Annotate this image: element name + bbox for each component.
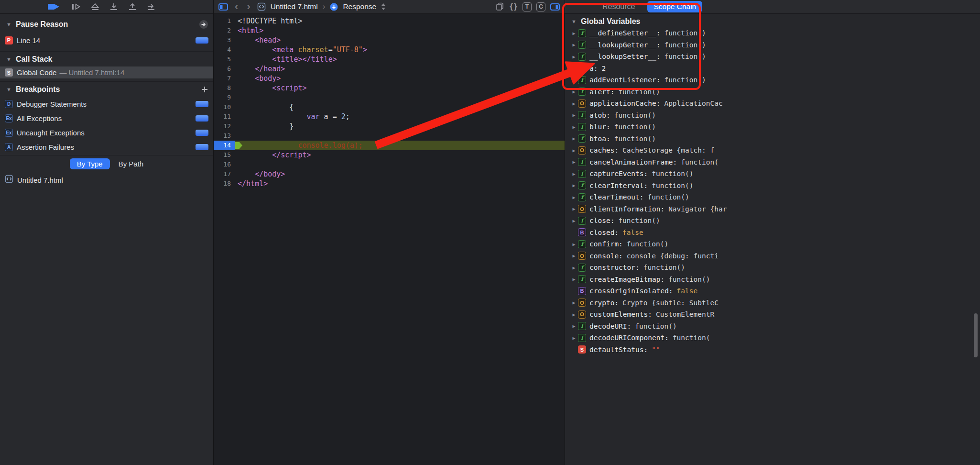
variable-row[interactable]: fcaptureEvents:function() (565, 168, 980, 180)
line-number[interactable]: 7 (214, 74, 235, 83)
disclosure-triangle-icon[interactable] (570, 335, 578, 341)
variable-row[interactable]: fatob:function() (565, 110, 980, 122)
variable-row[interactable]: fdecodeURI:function() (565, 321, 980, 332)
disclosure-triangle-icon[interactable] (570, 159, 578, 165)
line-number[interactable]: 15 (214, 150, 235, 160)
breakpoint-file-item[interactable]: Untitled 7.html (0, 172, 213, 188)
variable-row[interactable]: fdecodeURIComponent:function( (565, 332, 980, 344)
disclosure-triangle-icon[interactable] (570, 54, 578, 59)
line-number[interactable]: 11 (214, 112, 235, 122)
breakpoint-toggle[interactable] (196, 115, 208, 122)
disclosure-triangle-icon[interactable] (570, 183, 578, 188)
disclosure-triangle-icon[interactable] (570, 31, 578, 36)
forward-icon[interactable]: › (245, 1, 252, 12)
call-stack-header[interactable]: Call Stack (0, 51, 213, 66)
variable-row[interactable]: fblur:function() (565, 121, 980, 133)
variable-row[interactable]: fclearInterval:function() (565, 180, 980, 192)
variable-row[interactable]: faddEventListener:function() (565, 74, 980, 86)
line-number[interactable]: 4 (214, 45, 235, 55)
tab-resource[interactable]: Resource (602, 2, 635, 11)
disclosure-triangle-icon[interactable] (570, 206, 578, 211)
line-number[interactable]: 13 (214, 131, 235, 141)
sidebar-right-icon[interactable] (550, 3, 560, 11)
step-next-icon[interactable] (147, 3, 155, 11)
line-number[interactable]: 3 (214, 35, 235, 45)
disclosure-triangle-icon[interactable] (570, 171, 578, 177)
type-profiler-icon[interactable]: T (523, 2, 532, 11)
pause-reason-item[interactable]: P Line 14 (0, 32, 213, 48)
variable-row[interactable]: Oconsole:console {debug: functi (565, 250, 980, 262)
breadcrumb-response[interactable]: Response (343, 2, 376, 11)
disclosure-triangle-icon[interactable] (570, 148, 578, 153)
breakpoint-toggle[interactable] (196, 37, 208, 44)
disclosure-triangle-icon[interactable] (570, 218, 578, 223)
filter-by-path-button[interactable]: By Path (119, 160, 144, 168)
line-number[interactable]: 6 (214, 64, 235, 74)
variable-row[interactable]: BcrossOriginIsolated:false (565, 285, 980, 297)
variable-row[interactable]: fbtoa:function() (565, 133, 980, 145)
add-breakpoint-icon[interactable] (201, 86, 208, 93)
disclosure-triangle-icon[interactable] (570, 101, 578, 106)
disclosure-triangle-icon[interactable] (570, 323, 578, 329)
disclosure-triangle-icon[interactable] (570, 300, 578, 305)
disclosure-triangle-icon[interactable] (570, 89, 578, 94)
variable-row[interactable]: f__lookupGetter__:function() (565, 39, 980, 51)
variable-row[interactable]: fcreateImageBitmap:function() (565, 274, 980, 286)
line-number[interactable]: 10 (214, 102, 235, 112)
sidebar-left-icon[interactable] (218, 3, 228, 11)
disclosure-triangle-icon[interactable] (570, 136, 578, 141)
disclosure-triangle-icon[interactable] (570, 253, 578, 258)
breakpoint-toggle[interactable] (196, 101, 208, 107)
variable-row[interactable]: fclearTimeout:function() (565, 191, 980, 203)
continue-icon[interactable] (47, 3, 61, 11)
code-editor[interactable]: 1<!DOCTYPE html>2<html>3 <head>4 <meta c… (214, 14, 565, 188)
disclosure-triangle-icon[interactable] (570, 195, 578, 200)
variable-row[interactable]: fclose:function() (565, 215, 980, 227)
line-number[interactable]: 14 (214, 141, 235, 150)
line-number[interactable]: 17 (214, 169, 235, 179)
goto-line-icon[interactable] (199, 20, 208, 29)
pause-reason-header[interactable]: Pause Reason (0, 17, 213, 32)
breakpoint-toggle[interactable] (196, 144, 208, 150)
variable-row[interactable]: f__defineSetter__:function() (565, 27, 980, 39)
variable-row[interactable]: OclientInformation:Navigator {har (565, 203, 980, 215)
line-number[interactable]: 5 (214, 55, 235, 64)
line-number[interactable]: 8 (214, 83, 235, 93)
variable-row[interactable]: f__lookupSetter__:function() (565, 51, 980, 63)
call-stack-frame[interactable]: S Global Code — Untitled 7.html:14 (0, 66, 213, 78)
line-number[interactable]: 16 (214, 160, 235, 169)
copy-icon[interactable] (496, 2, 504, 11)
line-number[interactable]: 12 (214, 122, 235, 131)
variable-row[interactable]: OapplicationCache:ApplicationCac (565, 98, 980, 110)
breakpoint-row[interactable]: ExAll Exceptions (0, 111, 213, 125)
variable-row[interactable]: falert:function() (565, 86, 980, 98)
disclosure-triangle-icon[interactable] (570, 112, 578, 118)
global-variables-header[interactable]: Global Variables (565, 14, 980, 26)
variable-row[interactable]: Na:2 (565, 63, 980, 75)
variable-row[interactable]: OcustomElements:CustomElementR (565, 309, 980, 321)
disclosure-triangle-icon[interactable] (570, 277, 578, 282)
disclosure-triangle-icon[interactable] (570, 124, 578, 130)
variable-row[interactable]: SdefaultStatus:"" (565, 344, 980, 356)
tab-scope-chain[interactable]: Scope Chain (647, 1, 702, 12)
variable-row[interactable]: Ocrypto:Crypto {subtle: SubtleC (565, 297, 980, 309)
variable-row[interactable]: Bclosed:false (565, 227, 980, 239)
breadcrumb-file-name[interactable]: Untitled 7.html (271, 2, 318, 11)
line-number[interactable]: 2 (214, 26, 235, 35)
step-into-icon[interactable] (109, 3, 118, 11)
disclosure-triangle-icon[interactable] (570, 312, 578, 317)
pretty-print-braces-icon[interactable]: {} (509, 2, 518, 11)
line-number[interactable]: 18 (214, 179, 235, 188)
breakpoint-toggle[interactable] (196, 130, 208, 136)
disclosure-triangle-icon[interactable] (570, 42, 578, 47)
scrollbar[interactable] (974, 313, 978, 357)
code-coverage-icon[interactable]: C (536, 2, 545, 11)
variable-row[interactable]: Ocaches:CacheStorage {match: f (565, 144, 980, 156)
disclosure-triangle-icon[interactable] (570, 265, 578, 270)
line-number[interactable]: 9 (214, 93, 235, 102)
step-over-icon[interactable] (71, 3, 81, 11)
variable-row[interactable]: fcancelAnimationFrame:function( (565, 156, 980, 168)
back-icon[interactable]: ‹ (233, 1, 240, 12)
breakpoint-row[interactable]: DDebugger Statements (0, 97, 213, 111)
disclosure-triangle-icon[interactable] (570, 78, 578, 83)
